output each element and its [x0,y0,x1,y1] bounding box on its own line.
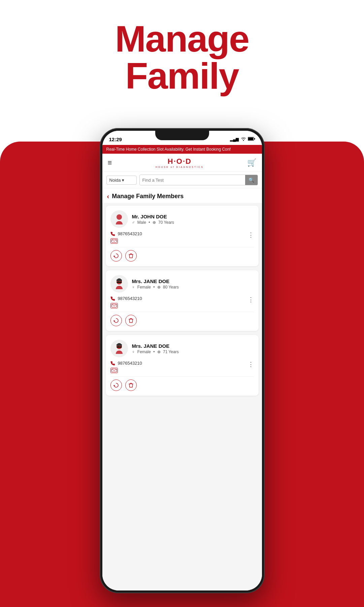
member-details: ♀ Female • ⊕ 71 Years [132,350,254,354]
search-icon: 🔍 [249,177,254,183]
chevron-down-icon: ▾ [122,178,124,183]
contact-left: 9876543210 [110,296,142,308]
member-avatar [110,275,128,293]
status-icons: ▂▄▆ [230,137,255,142]
wifi-icon [241,137,246,142]
search-input[interactable] [140,176,245,184]
gender-text: Female [137,285,151,290]
member-header: Mrs. JANE DOE ♀ Female • ⊕ 80 Years [110,275,254,293]
separator: • [148,220,151,225]
gender-icon: ♀ [132,285,135,290]
phone-item: 9876543210 [110,361,142,366]
phone-screen: 12:29 ▂▄▆ [102,131,262,590]
page-title: Manage Family Members [112,193,184,200]
page-hero-title: Manage Family [0,20,364,94]
delete-button[interactable] [125,380,137,391]
switch-button[interactable] [110,380,122,391]
contact-left: 9876543210 [110,361,142,373]
email-item [110,238,142,244]
gender-text: Female [137,350,151,354]
member-details: ♀ Female • ⊕ 80 Years [132,285,254,290]
ticker-text: Real-Time Home Collection Slot Availabil… [106,147,231,152]
search-button[interactable]: 🔍 [245,175,258,185]
back-button[interactable]: ‹ [107,192,109,200]
contact-row: 9876543210 ⋮ [110,361,254,373]
member-name: Mrs. JANE DOE [132,343,254,349]
phone-number: 9876543210 [118,296,142,301]
svg-rect-2 [254,138,255,140]
member-avatar [110,210,128,228]
separator: • [153,350,156,354]
search-input-wrap: 🔍 [139,175,258,185]
page-title-bar: ‹ Manage Family Members [102,188,262,203]
switch-button[interactable] [110,315,122,326]
delete-button[interactable] [125,315,137,326]
more-options-button[interactable]: ⋮ [248,231,254,239]
gender-text: Male [137,220,146,225]
delete-button[interactable] [125,250,137,262]
contact-left: 9876543210 [110,231,142,244]
gender-icon: ♀ [132,350,135,354]
location-select[interactable]: Noida ▾ [106,176,137,185]
member-header: Mrs. JANE DOE ♀ Female • ⊕ 71 Years [110,340,254,357]
svg-rect-1 [248,138,253,140]
email-icon [110,238,118,244]
member-card: Mrs. JANE DOE ♀ Female • ⊕ 71 Years 9876… [106,335,259,396]
member-info: Mrs. JANE DOE ♀ Female • ⊕ 71 Years [132,343,254,354]
email-item [110,368,142,373]
card-actions [110,247,254,262]
age-text: 71 Years [163,350,179,354]
age-text: 70 Years [158,220,174,225]
age-text: 80 Years [163,285,179,290]
phone-number: 9876543210 [118,231,142,236]
age-icon: ⊕ [157,350,161,354]
card-actions [110,376,254,391]
phone-number: 9876543210 [118,361,142,366]
member-name: Mrs. JANE DOE [132,278,254,284]
phone-item: 9876543210 [110,231,142,236]
member-info: Mrs. JANE DOE ♀ Female • ⊕ 80 Years [132,278,254,290]
more-options-button[interactable]: ⋮ [248,361,254,368]
members-list: Mr. JOHN DOE ♂ Male • ⊕ 70 Years 9876543… [102,203,262,590]
card-actions [110,312,254,326]
member-card: Mr. JOHN DOE ♂ Male • ⊕ 70 Years 9876543… [106,206,259,266]
bg-container: Manage Family 12:29 ▂▄▆ [0,0,364,607]
location-value: Noida [109,178,121,183]
contact-row: 9876543210 ⋮ [110,296,254,308]
phone-item: 9876543210 [110,296,142,301]
cart-icon[interactable]: 🛒 [247,158,256,167]
email-item [110,303,142,308]
member-card: Mrs. JANE DOE ♀ Female • ⊕ 80 Years 9876… [106,270,259,331]
email-icon [110,368,118,373]
signal-icon: ▂▄▆ [230,137,239,142]
gender-icon: ♂ [132,220,135,225]
phone-frame: 12:29 ▂▄▆ [100,128,265,593]
email-icon [110,303,118,308]
more-options-button[interactable]: ⋮ [248,296,254,303]
logo: H·O·D [156,157,204,166]
age-icon: ⊕ [153,220,156,225]
member-header: Mr. JOHN DOE ♂ Male • ⊕ 70 Years [110,210,254,228]
age-icon: ⊕ [157,285,161,290]
status-time: 12:29 [109,136,122,142]
member-details: ♂ Male • ⊕ 70 Years [132,220,254,225]
app-header: ≡ H·O·D HOUSE of DIAGNOSTICS 🛒 [102,154,262,172]
separator: • [153,285,156,290]
member-name: Mr. JOHN DOE [132,214,254,219]
menu-icon[interactable]: ≡ [108,158,112,167]
search-bar: Noida ▾ 🔍 [102,172,262,188]
switch-button[interactable] [110,250,122,262]
battery-icon [248,137,255,142]
phone-notch [155,131,209,140]
logo-container: H·O·D HOUSE of DIAGNOSTICS [156,157,204,168]
member-avatar [110,340,128,357]
svg-point-3 [117,214,122,220]
contact-row: 9876543210 ⋮ [110,231,254,244]
logo-subtitle: HOUSE of DIAGNOSTICS [156,166,204,168]
member-info: Mr. JOHN DOE ♂ Male • ⊕ 70 Years [132,214,254,225]
ticker-banner: Real-Time Home Collection Slot Availabil… [102,145,262,154]
